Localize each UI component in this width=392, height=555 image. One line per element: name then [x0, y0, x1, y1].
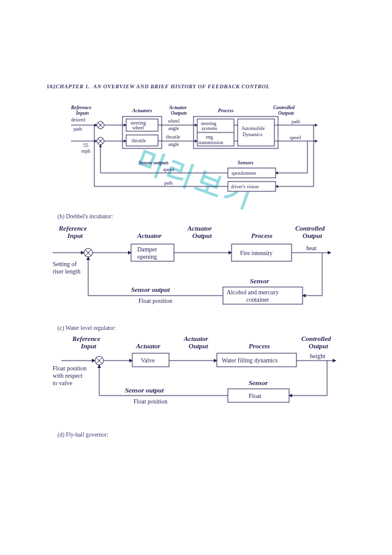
svg-text:Process: Process [249, 342, 270, 350]
caption-d: (d) Fly-ball governor: [58, 432, 353, 438]
svg-text:with respect: with respect [53, 372, 83, 379]
svg-text:wheel: wheel [168, 118, 180, 124]
svg-text:Actuator: Actuator [135, 342, 160, 350]
svg-text:Float: Float [249, 392, 262, 399]
svg-text:desired: desired [71, 117, 85, 123]
svg-text:Float position: Float position [134, 398, 167, 405]
svg-text:Valve: Valve [141, 357, 155, 364]
svg-text:Sensor outputs: Sensor outputs [138, 160, 168, 166]
svg-text:path: path [74, 126, 82, 132]
caption-b: (b) Drebbel's incubator: [58, 213, 353, 220]
svg-text:Damper: Damper [137, 246, 157, 253]
svg-text:Actuator: Actuator [137, 232, 162, 239]
caption-c: (c) Water level regulator: [58, 325, 353, 331]
svg-text:Float position: Float position [53, 365, 86, 372]
svg-text:Sensor output: Sensor output [131, 286, 170, 293]
svg-text:driver's vision: driver's vision [231, 184, 258, 189]
chapter-label: CHAPTER 1. [56, 83, 90, 90]
svg-text:angle: angle [168, 126, 179, 131]
svg-text:throttle: throttle [166, 134, 181, 140]
svg-text:transmission: transmission [198, 140, 223, 145]
running-head: 102CHAPTER 1. AN OVERVIEW AND BRIEF HIST… [47, 83, 353, 90]
svg-text:Alcohol and mercury: Alcohol and mercury [227, 289, 279, 296]
svg-text:angle: angle [168, 142, 179, 147]
svg-text:speedometer: speedometer [232, 170, 257, 176]
svg-text:Dynamics: Dynamics [243, 132, 262, 137]
diagram-b: ReferenceInput Actuator ActuatorOutput P… [53, 222, 334, 314]
svg-text:Sensors: Sensors [238, 160, 254, 166]
hdr-aout: Actuator [168, 105, 187, 110]
svg-text:systems: systems [202, 126, 217, 131]
svg-text:Reference: Reference [72, 335, 100, 342]
page-number: 102 [47, 83, 56, 90]
page-content: 102CHAPTER 1. AN OVERVIEW AND BRIEF HIST… [47, 83, 353, 440]
svg-text:Sensor output: Sensor output [125, 386, 164, 394]
svg-text:riser length: riser length [53, 268, 80, 275]
svg-text:Fire intensity: Fire intensity [240, 250, 273, 256]
svg-text:mph: mph [81, 148, 90, 154]
svg-text:Sensor: Sensor [249, 379, 268, 386]
svg-text:Controlled: Controlled [301, 335, 331, 342]
svg-text:Actuator: Actuator [187, 224, 212, 232]
hdr-proc: Process [218, 108, 233, 113]
svg-text:Float position: Float position [138, 297, 172, 304]
svg-text:Controlled: Controlled [295, 224, 325, 232]
chapter-title: AN OVERVIEW AND BRIEF HISTORY OF FEEDBAC… [93, 83, 270, 90]
svg-text:Inputs: Inputs [75, 110, 89, 116]
svg-text:Process: Process [251, 232, 273, 239]
svg-text:eng.: eng. [206, 134, 214, 140]
svg-text:throttle: throttle [132, 138, 146, 144]
svg-text:Outputs: Outputs [278, 110, 294, 116]
svg-text:opening: opening [137, 253, 157, 260]
svg-text:Automobile: Automobile [241, 126, 265, 131]
diagram-a: ReferenceInputs Actuators ActuatorOutput… [71, 103, 322, 207]
svg-text:Output: Output [309, 342, 329, 350]
svg-text:height: height [310, 353, 325, 359]
svg-text:Setting of: Setting of [53, 261, 77, 267]
svg-text:Input: Input [67, 232, 83, 239]
svg-text:heat: heat [306, 245, 317, 251]
svg-text:Sensor: Sensor [250, 277, 270, 285]
svg-text:speed: speed [163, 167, 174, 172]
svg-text:Output: Output [303, 232, 323, 239]
svg-text:55: 55 [83, 143, 88, 148]
svg-text:Output: Output [192, 232, 213, 239]
svg-text:Actuator: Actuator [183, 335, 208, 342]
svg-text:Outputs: Outputs [171, 110, 187, 116]
svg-text:speed: speed [290, 135, 301, 140]
hdr-act: Actuators [132, 108, 152, 113]
svg-text:Input: Input [80, 342, 97, 350]
svg-text:Output: Output [189, 342, 209, 350]
diagram-c: ReferenceInput Actuator ActuatorOutput P… [53, 334, 341, 419]
svg-text:wheel: wheel [132, 125, 145, 131]
svg-text:container: container [246, 296, 270, 303]
svg-text:path: path [292, 119, 300, 124]
hdr-cout: Controlled [273, 105, 295, 110]
svg-text:to valve: to valve [53, 380, 72, 386]
svg-text:Reference: Reference [58, 224, 87, 232]
hdr-ref: Reference [71, 105, 92, 110]
svg-text:Water filling dynamics: Water filling dynamics [222, 357, 278, 364]
svg-text:path: path [164, 180, 173, 186]
